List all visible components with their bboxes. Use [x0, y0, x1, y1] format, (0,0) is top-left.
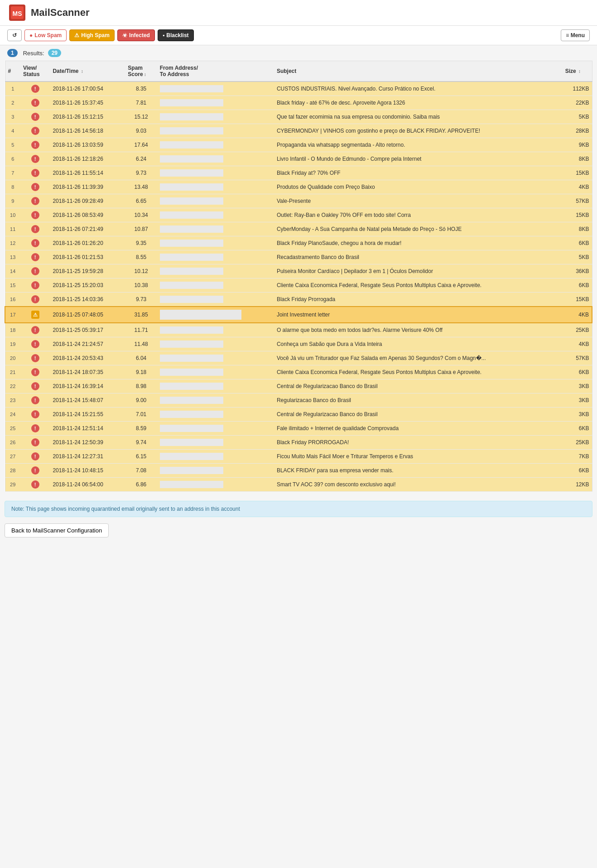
table-row[interactable]: 9!2018-11-26 09:28:496.65Vale-Presente57… [5, 194, 592, 208]
row-subject[interactable]: Black friday - até 67% de desc. Aproveit… [274, 96, 563, 110]
table-row[interactable]: 8!2018-11-26 11:39:3913.48Produtos de Qu… [5, 180, 592, 194]
row-status-icon[interactable]: ! [20, 208, 50, 222]
row-subject[interactable]: Regularizacao Banco do Brasil [274, 393, 563, 408]
table-row[interactable]: 3!2018-11-26 15:12:1515.12Que tal fazer … [5, 110, 592, 124]
table-row[interactable]: 21!2018-11-24 18:07:359.18Cliente Caixa … [5, 365, 592, 379]
col-spam-score[interactable]: SpamScore↕ [125, 61, 157, 82]
table-row[interactable]: 12!2018-11-26 01:26:209.35Black Friday P… [5, 236, 592, 250]
row-subject[interactable]: Black Friday at? 70% OFF [274, 166, 563, 180]
row-subject[interactable]: Central de Regularizacao Banco do Brasil [274, 379, 563, 393]
table-row[interactable]: 4!2018-11-26 14:56:189.03CYBERMONDAY | V… [5, 124, 592, 138]
table-row[interactable]: 28!2018-11-24 10:48:157.08BLACK FRIDAY p… [5, 464, 592, 478]
row-status-icon[interactable]: ! [20, 110, 50, 124]
row-subject[interactable]: Você Já viu um Triturador que Faz Salada… [274, 351, 563, 365]
row-status-icon[interactable]: ! [20, 464, 50, 478]
row-status-icon[interactable]: ! [20, 323, 50, 337]
row-status-icon[interactable]: ! [20, 166, 50, 180]
row-status-icon[interactable]: ! [20, 124, 50, 138]
row-subject[interactable]: Propaganda via whatsapp segmentada - Alt… [274, 138, 563, 152]
high-spam-button[interactable]: ⚠ High Spam [69, 29, 115, 41]
row-status-icon[interactable]: ! [20, 436, 50, 450]
table-row[interactable]: 25!2018-11-24 12:51:148.59Fale ilimitado… [5, 422, 592, 436]
table-row[interactable]: 2!2018-11-26 15:37:457.81Black friday - … [5, 96, 592, 110]
row-subject[interactable]: Black Friday PlanoSaude, chegou a hora d… [274, 236, 563, 250]
exclamation-icon: ! [31, 197, 39, 205]
row-status-icon[interactable]: ! [20, 138, 50, 152]
row-status-icon[interactable]: ! [20, 278, 50, 293]
row-status-icon[interactable]: ! [20, 194, 50, 208]
row-subject[interactable]: CYBERMONDAY | VINHOS com gostinho e preç… [274, 124, 563, 138]
row-subject[interactable]: Joint Investment letter [274, 307, 563, 323]
row-subject[interactable]: Vale-Presente [274, 194, 563, 208]
row-subject[interactable]: Recadastramento Banco do Brasil [274, 250, 563, 264]
table-row[interactable]: 19!2018-11-24 21:24:5711.48Conheça um Sa… [5, 337, 592, 351]
row-subject[interactable]: Fale ilimitado + Internet de qualidade C… [274, 422, 563, 436]
table-row[interactable]: 14!2018-11-25 19:59:2810.12Pulseira Moni… [5, 264, 592, 278]
row-status-icon[interactable]: ! [20, 82, 50, 96]
row-subject[interactable]: Livro Infantil - O Mundo de Edmundo - Co… [274, 152, 563, 166]
row-status-icon[interactable]: ! [20, 408, 50, 422]
table-row[interactable]: 6!2018-11-26 12:18:266.24Livro Infantil … [5, 152, 592, 166]
row-subject[interactable]: Pulseira Monitor Cardíaco | Depilador 3 … [274, 264, 563, 278]
table-row[interactable]: 15!2018-11-25 15:20:0310.38Cliente Caixa… [5, 278, 592, 293]
row-subject[interactable]: Conheça um Sabão que Dura a Vida Inteira [274, 337, 563, 351]
table-row[interactable]: 23!2018-11-24 15:48:079.00Regularizacao … [5, 393, 592, 408]
row-subject[interactable]: O alarme que bota medo em todos ladr?es.… [274, 323, 563, 337]
row-status-icon[interactable]: ! [20, 450, 50, 464]
blacklist-button[interactable]: ▪ Blacklist [158, 29, 194, 41]
row-subject[interactable]: Central de Regularizacao Banco do Brasil [274, 408, 563, 422]
row-status-icon[interactable]: ! [20, 152, 50, 166]
table-row[interactable]: 10!2018-11-26 08:53:4910.34Outlet: Ray-B… [5, 208, 592, 222]
row-status-icon[interactable]: ! [20, 379, 50, 393]
table-row[interactable]: 20!2018-11-24 20:53:436.04Você Já viu um… [5, 351, 592, 365]
table-row[interactable]: 5!2018-11-26 13:03:5917.64Propaganda via… [5, 138, 592, 152]
row-status-icon[interactable]: ! [20, 351, 50, 365]
row-status-icon[interactable]: ! [20, 422, 50, 436]
row-subject[interactable]: Cliente Caixa Economica Federal, Resgate… [274, 365, 563, 379]
row-status-icon[interactable]: ! [20, 264, 50, 278]
col-datetime[interactable]: Date/Time ↕ [50, 61, 125, 82]
back-button[interactable]: Back to MailScanner Configuration [5, 523, 109, 537]
table-row[interactable]: 7!2018-11-26 11:55:149.73Black Friday at… [5, 166, 592, 180]
infected-button[interactable]: ☣ Infected [117, 29, 155, 41]
col-size[interactable]: Size ↕ [563, 61, 592, 82]
from-address-placeholder [160, 268, 223, 275]
row-subject[interactable]: Cliente Caixa Economica Federal, Resgate… [274, 278, 563, 293]
row-status-icon[interactable]: ! [20, 478, 50, 492]
table-row[interactable]: 18!2018-11-25 05:39:1711.71O alarme que … [5, 323, 592, 337]
row-subject[interactable]: Que tal fazer ecomimia na sua empresa ou… [274, 110, 563, 124]
table-row[interactable]: 27!2018-11-24 12:27:316.15Ficou Muito Ma… [5, 450, 592, 464]
refresh-button[interactable]: ↺ [7, 29, 22, 41]
row-status-icon[interactable]: ! [20, 180, 50, 194]
col-view-status[interactable]: View/Status [20, 61, 50, 82]
row-status-icon[interactable]: ! [20, 236, 50, 250]
table-row[interactable]: 13!2018-11-26 01:21:538.55Recadastrament… [5, 250, 592, 264]
row-status-icon[interactable]: ! [20, 337, 50, 351]
row-status-icon[interactable]: ! [20, 250, 50, 264]
row-subject[interactable]: Black Friday Prorrogada [274, 293, 563, 307]
table-row[interactable]: 16!2018-11-25 14:03:369.73Black Friday P… [5, 293, 592, 307]
table-row[interactable]: 1!2018-11-26 17:00:548.35CUSTOS INDUSTRI… [5, 82, 592, 96]
row-subject[interactable]: CUSTOS INDUSTRIAIS. Nivel Avançado. Curs… [274, 82, 563, 96]
row-subject[interactable]: Produtos de Qualidade com Preço Baixo [274, 180, 563, 194]
table-row[interactable]: 22!2018-11-24 16:39:148.98Central de Reg… [5, 379, 592, 393]
row-subject[interactable]: Ficou Muito Mais Fácil Moer e Triturar T… [274, 450, 563, 464]
row-status-icon[interactable]: ! [20, 365, 50, 379]
table-row[interactable]: 11!2018-11-26 07:21:4910.87CyberMonday -… [5, 222, 592, 236]
menu-button[interactable]: ≡ Menu [561, 29, 590, 41]
row-subject[interactable]: Outlet: Ray-Ban e Oakley 70% OFF em todo… [274, 208, 563, 222]
row-status-icon[interactable]: ⚠ [20, 307, 50, 323]
row-status-icon[interactable]: ! [20, 96, 50, 110]
row-subject[interactable]: CyberMonday - A Sua Campanha de Natal pe… [274, 222, 563, 236]
row-status-icon[interactable]: ! [20, 293, 50, 307]
row-subject[interactable]: Black Friday PRORROGADA! [274, 436, 563, 450]
row-subject[interactable]: Smart TV AOC 39? com desconto exclusivo … [274, 478, 563, 492]
table-row[interactable]: 26!2018-11-24 12:50:399.74Black Friday P… [5, 436, 592, 450]
low-spam-button[interactable]: ● Low Spam [24, 29, 67, 41]
table-row[interactable]: 17⚠2018-11-25 07:48:0531.85Joint Investm… [5, 307, 592, 323]
table-row[interactable]: 24!2018-11-24 15:21:557.01Central de Reg… [5, 408, 592, 422]
row-status-icon[interactable]: ! [20, 222, 50, 236]
table-row[interactable]: 29!2018-11-24 06:54:006.86Smart TV AOC 3… [5, 478, 592, 492]
row-status-icon[interactable]: ! [20, 393, 50, 408]
row-subject[interactable]: BLACK FRIDAY para sua empresa vender mai… [274, 464, 563, 478]
